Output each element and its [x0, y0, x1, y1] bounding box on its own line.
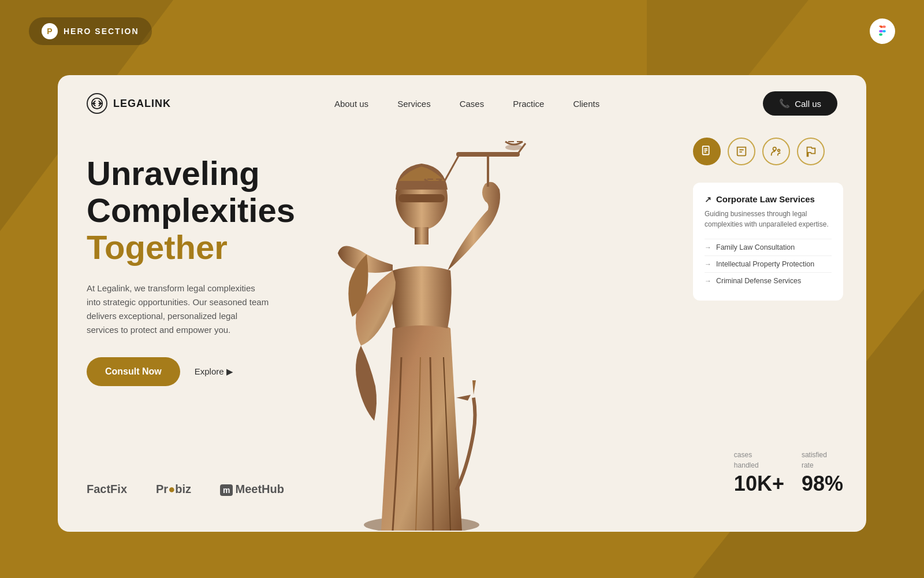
- hero-label-icon: P: [42, 23, 58, 39]
- stat-satisfaction-label1: satisfied: [802, 451, 843, 459]
- main-card: LEGALINK About us Services Cases Practic…: [58, 75, 866, 532]
- phone-icon: 📞: [779, 98, 790, 109]
- service-list-item-2[interactable]: → Intellectual Property Protection: [705, 255, 832, 272]
- nav-clients[interactable]: Clients: [573, 99, 599, 109]
- nav-about[interactable]: About us: [334, 99, 368, 109]
- arrow-diagonal-icon: ↗: [705, 195, 711, 204]
- nav-links: About us Services Cases Practice Clients: [334, 99, 599, 109]
- top-bar: P HERO SECTION: [0, 17, 924, 45]
- svg-line-9: [445, 155, 459, 181]
- hero-title: Unraveling Complexities Together: [87, 155, 318, 265]
- logo-text: LEGALINK: [113, 98, 171, 110]
- arrow-right-icon-2: →: [705, 260, 711, 268]
- stat-satisfaction: satisfied rate 98%: [802, 451, 843, 496]
- service-card-title: ↗ Corporate Law Services: [705, 194, 832, 204]
- figma-icon[interactable]: [870, 18, 895, 44]
- hero-label-text: HERO SECTION: [64, 27, 139, 36]
- service-icons: [693, 138, 843, 165]
- service-label-2: Intellectual Property Protection: [716, 260, 814, 268]
- service-icon-scroll[interactable]: [728, 138, 755, 165]
- svg-point-19: [778, 149, 780, 151]
- navbar: LEGALINK About us Services Cases Practic…: [58, 75, 866, 132]
- stat-cases-value: 10K+: [734, 472, 784, 496]
- service-icon-documents[interactable]: [693, 138, 721, 165]
- stat-satisfaction-label2: rate: [802, 461, 843, 469]
- service-card: ↗ Corporate Law Services Guiding busines…: [693, 183, 843, 301]
- svg-rect-5: [398, 194, 445, 202]
- nav-cases[interactable]: Cases: [460, 99, 485, 109]
- call-button-label: Call us: [795, 99, 821, 109]
- stat-satisfaction-value: 98%: [802, 472, 843, 496]
- nav-practice[interactable]: Practice: [513, 99, 544, 109]
- stat-cases-label1: cases: [734, 451, 784, 459]
- explore-link[interactable]: Explore ▶: [195, 366, 233, 377]
- left-content: Unraveling Complexities Together At Lega…: [87, 143, 318, 531]
- svg-point-12: [424, 184, 442, 190]
- service-list-item-3[interactable]: → Criminal Defense Services: [705, 272, 832, 289]
- right-panel: ↗ Corporate Law Services Guiding busines…: [693, 132, 843, 301]
- service-card-description: Guiding businesses through legal complex…: [705, 209, 832, 229]
- stat-cases-label2: handled: [734, 461, 784, 469]
- svg-point-18: [773, 147, 777, 150]
- hero-title-line2: Complexities: [87, 191, 295, 229]
- svg-rect-6: [415, 227, 429, 244]
- logo: LEGALINK: [87, 93, 171, 114]
- hero-description: At Legalink, we transform legal complexi…: [87, 281, 271, 337]
- hero-content: Unraveling Complexities Together At Lega…: [58, 132, 866, 531]
- service-icon-people[interactable]: [762, 138, 790, 165]
- hero-section-label: P HERO SECTION: [29, 17, 152, 45]
- nav-services[interactable]: Services: [397, 99, 431, 109]
- cta-buttons: Consult Now Explore ▶: [87, 357, 318, 386]
- stat-cases: cases handled 10K+: [734, 451, 784, 496]
- arrow-right-icon-3: →: [705, 277, 711, 285]
- logo-icon: [87, 93, 107, 114]
- service-list-item-1[interactable]: → Family Law Consultation: [705, 239, 832, 255]
- call-button[interactable]: 📞 Call us: [763, 91, 837, 116]
- hero-title-line1: Unraveling: [87, 154, 260, 192]
- lady-justice-svg: [277, 97, 566, 531]
- arrow-right-icon-1: →: [705, 243, 711, 251]
- service-icon-gavel[interactable]: [797, 138, 825, 165]
- service-label-1: Family Law Consultation: [716, 243, 795, 251]
- service-card-title-text: Corporate Law Services: [716, 194, 815, 204]
- hero-title-highlight: Together: [87, 228, 228, 266]
- svg-rect-8: [456, 152, 520, 157]
- svg-point-16: [505, 144, 523, 150]
- stats-panel: cases handled 10K+ satisfied rate 98%: [734, 451, 843, 496]
- service-label-3: Criminal Defense Services: [716, 277, 801, 285]
- consult-now-button[interactable]: Consult Now: [87, 357, 180, 386]
